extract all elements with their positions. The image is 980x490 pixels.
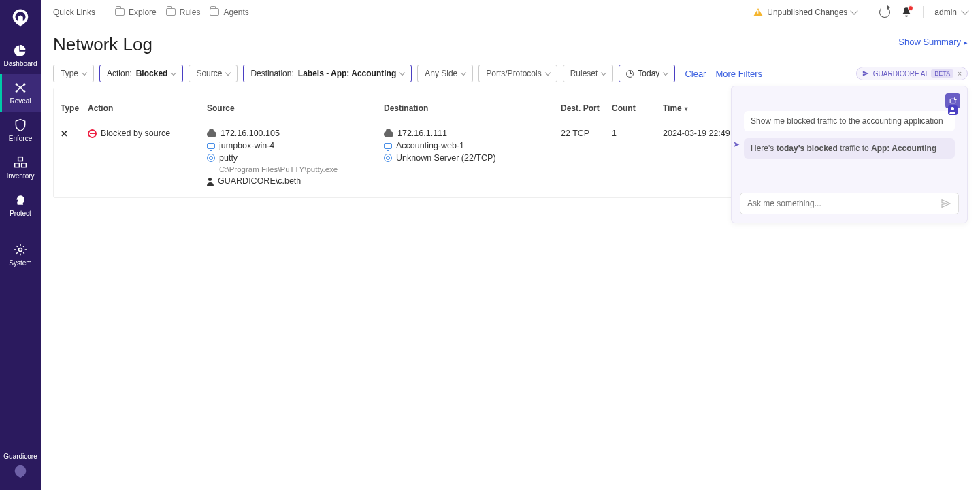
- brand-label: Guardicore: [3, 453, 37, 460]
- dest-cell: 172.16.1.111 Accounting-web-1 Unknown Se…: [384, 129, 561, 165]
- notifications-icon[interactable]: [901, 7, 912, 18]
- svg-point-8: [19, 248, 22, 252]
- nav-dashboard[interactable]: Dashboard: [0, 37, 41, 74]
- process-icon: [384, 154, 392, 162]
- content: Network Log Show Summary Type Action: Bl…: [41, 24, 980, 490]
- filter-action[interactable]: Action: Blocked: [99, 65, 183, 82]
- nav-system[interactable]: System: [0, 236, 41, 274]
- divider: [923, 6, 924, 18]
- divider: [105, 6, 105, 18]
- dest-port: 22 TCP: [561, 129, 612, 138]
- clear-filters-link[interactable]: Clear: [685, 69, 706, 79]
- nav-enforce[interactable]: Enforce: [0, 112, 41, 149]
- refresh-icon[interactable]: [879, 7, 890, 18]
- notification-dot: [908, 5, 913, 11]
- toplink-explore[interactable]: Explore: [115, 7, 157, 17]
- toplink-rules[interactable]: Rules: [166, 7, 201, 17]
- col-port[interactable]: Dest. Port: [561, 103, 612, 113]
- user-avatar-icon: [948, 105, 958, 115]
- filter-today[interactable]: Today: [619, 65, 675, 82]
- dest-ip: 172.16.1.111: [397, 129, 447, 138]
- filter-source[interactable]: Source: [189, 65, 238, 82]
- chevron-down-icon: [461, 69, 466, 75]
- msg-part: Here's: [751, 144, 777, 153]
- source-cell: 172.16.100.105 jumpbox-win-4 putty C:\Pr…: [207, 129, 384, 189]
- blocked-icon: [88, 129, 97, 138]
- nav-divider: [7, 228, 34, 232]
- source-proc: putty: [219, 153, 238, 163]
- network-icon: [14, 81, 27, 95]
- ai-text-input[interactable]: [747, 199, 941, 208]
- filter-ports[interactable]: Ports/Protocols: [478, 65, 557, 82]
- action-text: Blocked by source: [101, 129, 170, 138]
- col-time-label: Time: [663, 103, 682, 113]
- process-icon: [207, 154, 215, 162]
- filter-type[interactable]: Type: [53, 65, 94, 82]
- msg-part: today's blocked: [777, 144, 838, 153]
- ai-toggle-pill[interactable]: GUARDICORE AI BETA ×: [856, 67, 968, 80]
- close-icon[interactable]: ×: [958, 70, 962, 78]
- link-label: Agents: [223, 7, 248, 17]
- chevron-down-icon: [225, 69, 231, 75]
- filter-value: Blocked: [136, 69, 168, 78]
- divider: [868, 6, 868, 18]
- warning-icon: [753, 8, 763, 16]
- source-ip: 172.16.100.105: [220, 129, 280, 138]
- filter-label: Type: [61, 69, 78, 78]
- unpublished-label: Unpublished Changes: [767, 7, 847, 17]
- filter-value: Labels - App: Accounting: [298, 69, 396, 78]
- monitor-icon: [384, 143, 392, 149]
- count: 1: [612, 129, 663, 138]
- nav-label: Inventory: [6, 172, 34, 180]
- ai-input-box: [740, 193, 959, 214]
- clock-icon: [626, 70, 634, 78]
- filter-anyside[interactable]: Any Side: [417, 65, 473, 82]
- nav-label: Reveal: [10, 97, 31, 105]
- close-icon: ✕: [61, 129, 68, 139]
- nav-label: Enforce: [9, 135, 32, 142]
- beta-badge: BETA: [931, 69, 953, 78]
- svg-rect-6: [15, 163, 20, 167]
- show-summary-link[interactable]: Show Summary: [898, 37, 968, 47]
- chevron-down-icon: [171, 69, 176, 75]
- filter-label: Source: [196, 69, 222, 78]
- filter-bar: Type Action: Blocked Source Destination:…: [53, 65, 968, 82]
- cloud-icon: [207, 131, 216, 137]
- filter-ruleset[interactable]: Ruleset: [563, 65, 614, 82]
- message-text: Show me blocked traffic to the accountin…: [751, 116, 943, 126]
- folder-icon: [166, 8, 176, 16]
- sidebar-footer: Guardicore: [3, 453, 37, 479]
- chevron-down-icon: [961, 7, 968, 14]
- toplink-agents[interactable]: Agents: [210, 7, 248, 17]
- filter-label: Any Side: [425, 69, 457, 78]
- nav-protect[interactable]: Protect: [0, 186, 41, 224]
- chevron-down-icon: [601, 69, 606, 75]
- shield-icon: [14, 118, 27, 132]
- filter-destination[interactable]: Destination: Labels - App: Accounting: [243, 65, 412, 82]
- col-action[interactable]: Action: [88, 103, 207, 113]
- more-filters-link[interactable]: More Filters: [715, 69, 762, 79]
- username: admin: [934, 7, 957, 17]
- msg-part: App: Accounting: [871, 144, 936, 153]
- col-dest[interactable]: Destination: [384, 103, 561, 113]
- app-logo: [10, 7, 31, 29]
- nav-reveal[interactable]: Reveal: [0, 74, 41, 112]
- nav-label: Dashboard: [4, 60, 37, 67]
- nav-inventory[interactable]: Inventory: [0, 149, 41, 186]
- monitor-icon: [207, 143, 215, 149]
- nav-label: Protect: [10, 210, 31, 217]
- dest-host: Accounting-web-1: [396, 141, 464, 150]
- send-button[interactable]: [941, 198, 951, 209]
- user-menu[interactable]: admin: [934, 7, 968, 17]
- chevron-down-icon: [663, 69, 668, 75]
- unpublished-changes[interactable]: Unpublished Changes: [753, 7, 857, 17]
- col-source[interactable]: Source: [207, 103, 384, 113]
- quick-links-label: Quick Links: [53, 7, 95, 17]
- col-type[interactable]: Type: [61, 103, 88, 113]
- boxes-icon: [14, 156, 27, 169]
- filter-label: Action:: [107, 69, 132, 78]
- sidebar: Dashboard Reveal Enforce Inventory Prote…: [0, 0, 41, 490]
- col-count[interactable]: Count: [612, 103, 663, 113]
- gear-icon: [14, 243, 27, 257]
- filter-label: Ports/Protocols: [486, 69, 541, 78]
